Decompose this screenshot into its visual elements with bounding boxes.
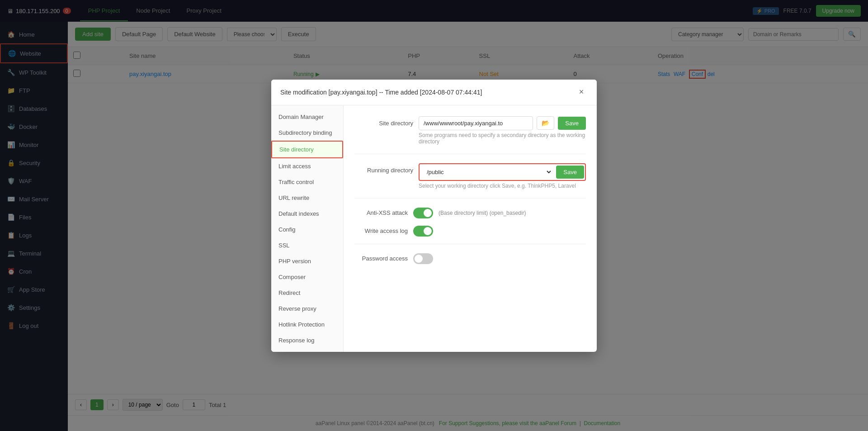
write-log-toggle-group (413, 226, 433, 237)
running-dir-save-button[interactable]: Save (556, 166, 584, 179)
site-directory-row: Site directory 📂 Save Some programs need… (354, 116, 586, 145)
modal-nav-site-directory[interactable]: Site directory (271, 141, 343, 158)
site-dir-label: Site directory (354, 116, 413, 127)
modal-nav-subdirectory-binding[interactable]: Subdirectory binding (271, 125, 343, 141)
modal-nav-default-indexes[interactable]: Default indexes (271, 206, 343, 222)
running-dir-label: Running directory (354, 163, 413, 174)
modal-nav-domain-manager[interactable]: Domain Manager (271, 109, 343, 125)
site-dir-control: 📂 Save Some programs need to specify a s… (419, 116, 586, 145)
anti-xss-hint: (Base directory limit) (open_basedir) (439, 210, 526, 216)
modal-nav-composer[interactable]: Composer (271, 269, 343, 285)
running-dir-select[interactable]: /public (420, 165, 552, 179)
password-access-row: Password access (354, 253, 586, 264)
anti-xss-toggle-group: (Base directory limit) (open_basedir) (413, 208, 526, 218)
anti-xss-slider (413, 208, 433, 218)
running-dir-input-row: /public Save (419, 163, 586, 181)
divider-1 (354, 154, 586, 154)
modal-nav-ssl[interactable]: SSL (271, 237, 343, 253)
modal-body: Domain Manager Subdirectory binding Site… (271, 105, 597, 352)
modal-nav-traffic-control[interactable]: Traffic control (271, 174, 343, 190)
site-dir-input[interactable] (419, 116, 533, 130)
modal-nav-hotlink-protection[interactable]: Hotlink Protection (271, 317, 343, 332)
modal-content: Site directory 📂 Save Some programs need… (344, 105, 597, 352)
folder-browse-button[interactable]: 📂 (537, 116, 554, 130)
modal-nav-php-version[interactable]: PHP version (271, 253, 343, 269)
anti-xss-toggle[interactable] (413, 208, 433, 218)
password-access-label: Password access (354, 255, 413, 262)
modal-nav-reverse-proxy[interactable]: Reverse proxy (271, 301, 343, 317)
site-dir-input-row: 📂 Save (419, 116, 586, 130)
site-dir-save-button[interactable]: Save (558, 117, 586, 130)
divider-3 (354, 244, 586, 244)
password-access-slider (413, 253, 433, 264)
write-log-slider (413, 226, 433, 237)
modal-nav-url-rewrite[interactable]: URL rewrite (271, 190, 343, 206)
anti-xss-label: Anti-XSS attack (354, 209, 413, 216)
modal-close-button[interactable]: × (575, 86, 588, 99)
modal-nav-redirect[interactable]: Redirect (271, 285, 343, 301)
folder-icon: 📂 (542, 119, 549, 127)
write-log-toggle[interactable] (413, 226, 433, 237)
running-directory-row: Running directory /public Save Select yo… (354, 163, 586, 189)
modal-title: Site modification [pay.xiyangai.top] -- … (280, 89, 482, 96)
modal-nav: Domain Manager Subdirectory binding Site… (271, 105, 344, 352)
running-dir-control: /public Save Select your working directo… (419, 163, 586, 189)
modal-header: Site modification [pay.xiyangai.top] -- … (271, 80, 597, 105)
running-dir-hint: Select your working directory click Save… (419, 183, 586, 189)
divider-2 (354, 198, 586, 199)
write-log-label: Write access log (354, 227, 413, 234)
modal-nav-limit-access[interactable]: Limit access (271, 158, 343, 174)
site-dir-hint: Some programs need to specify a secondar… (419, 132, 586, 145)
anti-xss-row: Anti-XSS attack (Base directory limit) (… (354, 208, 586, 218)
write-log-row: Write access log (354, 226, 586, 237)
site-modification-modal: Site modification [pay.xiyangai.top] -- … (271, 80, 597, 352)
modal-nav-response-log[interactable]: Response log (271, 332, 343, 348)
password-access-toggle[interactable] (413, 253, 433, 264)
modal-nav-config[interactable]: Config (271, 222, 343, 237)
password-access-toggle-group (413, 253, 433, 264)
modal-overlay: Site modification [pay.xiyangai.top] -- … (0, 0, 868, 431)
